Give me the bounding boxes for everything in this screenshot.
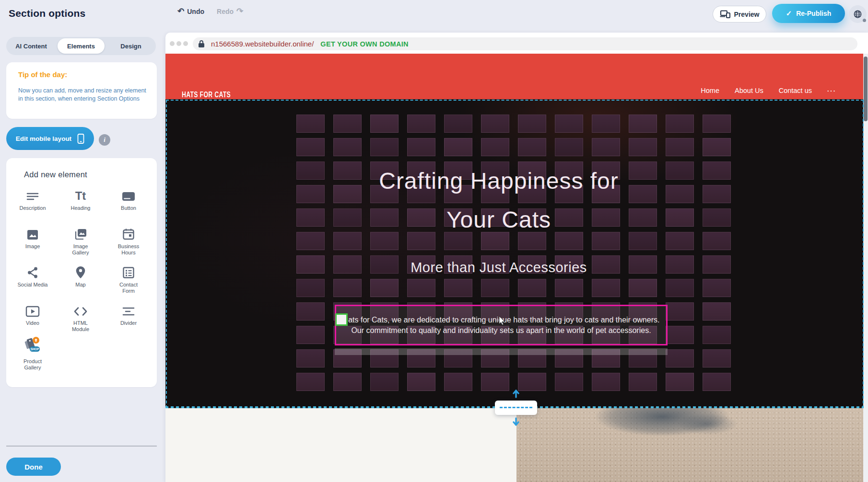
done-button[interactable]: Done — [6, 458, 61, 476]
info-button[interactable]: i — [99, 134, 110, 146]
hero-tile — [592, 115, 620, 133]
element-product-gallery[interactable]: SHOP Product Gallery — [10, 339, 56, 378]
button-icon — [121, 186, 136, 202]
nav-more-menu[interactable]: ··· — [827, 87, 836, 94]
panel-tabs: AI Content Elements Design — [6, 37, 156, 55]
video-icon — [25, 301, 40, 317]
redo-label: Redo — [217, 8, 234, 15]
hero-tile — [407, 373, 435, 391]
hero-tile — [481, 115, 509, 133]
hero-tile — [481, 279, 509, 297]
hero-tile — [296, 373, 325, 391]
hero-heading[interactable]: Crafting Happiness for Your Cats — [259, 161, 739, 239]
check-icon: ✓ — [786, 9, 792, 18]
element-hover-strip — [335, 348, 668, 355]
section-resize-handle[interactable] — [495, 401, 537, 415]
page-title: Section options — [9, 8, 86, 19]
hero-tile — [296, 349, 325, 367]
hero-tile — [629, 279, 657, 297]
hero-tile — [629, 138, 657, 156]
element-image[interactable]: Image — [10, 224, 56, 263]
element-heading[interactable]: Tt Heading — [58, 186, 104, 224]
hero-tile — [407, 138, 435, 156]
nav-about-us[interactable]: About Us — [735, 87, 763, 94]
hero-tile — [666, 349, 694, 367]
lock-icon — [198, 40, 205, 48]
site-nav: Home About Us Contact us ··· — [701, 84, 836, 97]
hero-section[interactable]: Crafting Happiness for Your Cats More th… — [165, 99, 863, 408]
hero-body-line-2: Our commitment to quality and individual… — [336, 325, 666, 336]
hero-tile — [666, 302, 694, 321]
hero-tile — [370, 279, 399, 297]
hero-tile — [703, 373, 731, 391]
hero-tile — [481, 138, 509, 156]
paving-photo — [516, 408, 863, 482]
scrollbar-thumb[interactable] — [864, 57, 868, 121]
hero-subheading[interactable]: More than Just Accessories — [259, 260, 739, 275]
get-domain-link[interactable]: GET YOUR OWN DOMAIN — [320, 40, 408, 48]
hero-tile — [666, 115, 694, 133]
browser-dot-2 — [176, 41, 181, 46]
site-logo[interactable]: HATS FOR CATS — [182, 90, 231, 100]
business-hours-icon — [122, 224, 135, 241]
code-icon — [73, 301, 88, 317]
hero-tile — [555, 138, 583, 156]
next-section[interactable] — [165, 408, 863, 482]
hero-tile — [333, 373, 362, 391]
social-media-icon — [26, 263, 39, 279]
hero-tile — [666, 326, 694, 344]
globe-status-dot — [863, 19, 866, 22]
element-description[interactable]: Description — [10, 186, 56, 224]
nav-contact-us[interactable]: Contact us — [779, 87, 812, 94]
preview-button[interactable]: Preview — [713, 6, 766, 23]
element-divider[interactable]: Divider — [106, 301, 152, 339]
hero-tile — [555, 115, 583, 133]
hero-tile — [444, 279, 472, 297]
browser-dot-1 — [170, 41, 175, 46]
hero-tile — [407, 115, 435, 133]
resize-dash-line — [500, 407, 532, 408]
edit-mobile-layout-button[interactable]: Edit mobile layout — [6, 127, 94, 150]
devices-icon — [720, 10, 730, 18]
svg-text:SHOP: SHOP — [30, 347, 39, 351]
element-video[interactable]: Video — [10, 301, 56, 339]
tab-design[interactable]: Design — [107, 38, 154, 54]
hero-tile — [444, 373, 472, 391]
element-button[interactable]: Button — [106, 186, 152, 224]
element-image-gallery[interactable]: Image Gallery — [58, 224, 104, 263]
element-html-module[interactable]: HTML Module — [58, 301, 104, 339]
element-map[interactable]: Map — [58, 263, 104, 301]
redo-button[interactable]: Redo ↷ — [217, 7, 243, 15]
tab-ai-content[interactable]: AI Content — [8, 38, 55, 54]
hero-tile — [407, 279, 435, 297]
browser-dot-3 — [183, 41, 188, 46]
language-globe-button[interactable] — [849, 5, 867, 23]
phone-icon — [77, 134, 84, 144]
element-drag-handle[interactable] — [335, 313, 348, 326]
tab-elements[interactable]: Elements — [58, 38, 105, 54]
element-social-media[interactable]: Social Media — [10, 263, 56, 301]
hero-tile — [555, 279, 583, 297]
undo-button[interactable]: ↶ Undo — [177, 7, 204, 15]
hero-tile — [703, 115, 731, 133]
hero-tile — [666, 138, 694, 156]
hero-tile — [703, 279, 731, 297]
heading-icon: Tt — [75, 186, 86, 202]
hero-tile — [296, 138, 325, 156]
redo-icon: ↷ — [236, 7, 243, 15]
preview-label: Preview — [734, 11, 760, 18]
element-contact-form[interactable]: Contact Form — [106, 263, 152, 301]
republish-button[interactable]: ✓ Re-Publish — [772, 4, 845, 23]
hero-tile — [370, 115, 399, 133]
hero-tile — [555, 373, 583, 391]
hero-tile — [333, 279, 362, 297]
browser-preview-window: n1566589.websitebuilder.online/ GET YOUR… — [165, 33, 868, 482]
address-bar[interactable]: n1566589.websitebuilder.online/ GET YOUR… — [193, 37, 857, 50]
hero-tile — [592, 373, 620, 391]
hero-tile — [592, 138, 620, 156]
description-icon — [26, 186, 39, 202]
done-label: Done — [24, 463, 43, 471]
hero-tile — [629, 373, 657, 391]
element-business-hours[interactable]: Business Hours — [106, 224, 152, 263]
nav-home[interactable]: Home — [701, 87, 719, 94]
